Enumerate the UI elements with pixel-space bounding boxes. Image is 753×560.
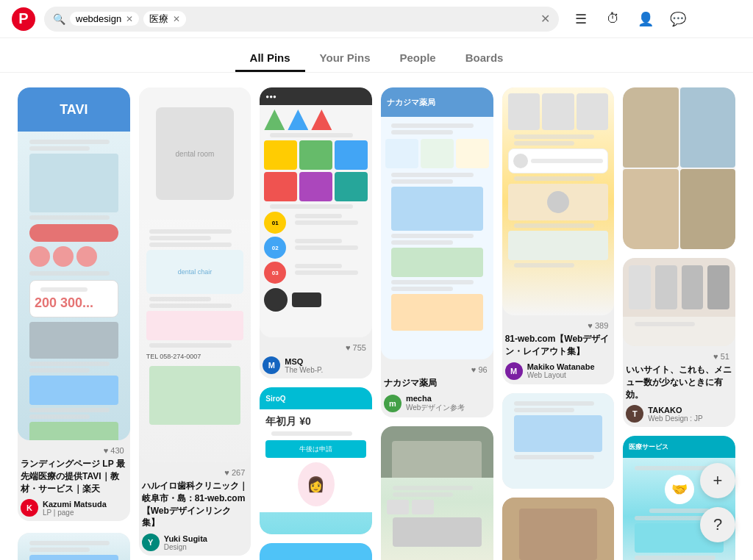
tag-medical-label: 医療 <box>149 12 168 26</box>
pin-info: ♥ 430 ランディングページ LP 最先端医療の提供TAVI｜教材・サービス｜… <box>18 440 130 521</box>
tab-boards[interactable]: Boards <box>451 46 518 72</box>
header-icons: ☰ ⏱ 👤 💬 <box>568 6 691 32</box>
user-info: Yuki Sugita Design <box>164 534 249 551</box>
user-name: MSQ <box>285 357 369 366</box>
pin-card[interactable] <box>18 533 130 560</box>
pin-card[interactable]: TAVI 200 300... <box>18 87 130 521</box>
pin-title: ランディングページ LP 最先端医療の提供TAVI｜教材・サービス｜楽天 <box>21 458 127 495</box>
plus-icon: + <box>713 471 723 490</box>
avatar: T <box>626 405 643 423</box>
tag-webdesign-label: webdesign <box>76 13 121 24</box>
user-name: Kazumi Matsuda <box>43 500 127 509</box>
user-name: mecha <box>406 394 490 403</box>
avatar: K <box>21 499 38 517</box>
messages-button[interactable]: 💬 <box>665 6 691 32</box>
user-info: mecha Webデザイン参考 <box>406 394 490 413</box>
profile-button[interactable]: 👤 <box>632 6 659 32</box>
avatar: M <box>505 362 523 380</box>
tab-people[interactable]: People <box>385 46 451 72</box>
avatar: Y <box>142 534 160 551</box>
person-icon: 👤 <box>638 11 654 27</box>
main-content: TAVI 200 300... <box>0 73 753 560</box>
header: P 🔍 webdesign ✕ 医療 ✕ ✕ ☰ ⏱ 👤 💬 <box>0 0 753 38</box>
user-info: Kazumi Matsuda LP | page <box>43 500 127 517</box>
search-input[interactable] <box>190 13 536 25</box>
pin-card[interactable] <box>623 87 735 249</box>
user-board: Web Design : JP <box>648 414 732 423</box>
tab-all-pins[interactable]: All Pins <box>235 46 305 72</box>
user-name: TAKAKO <box>648 406 732 414</box>
pin-user[interactable]: T TAKAKO Web Design : JP <box>626 403 732 424</box>
help-button[interactable]: ? <box>700 507 735 542</box>
menu-button[interactable]: ☰ <box>568 6 594 32</box>
add-button[interactable]: + <box>700 463 735 498</box>
notifications-button[interactable]: ⏱ <box>600 6 627 32</box>
user-info: Makiko Watanabe Web Layout <box>527 362 612 379</box>
pin-user[interactable]: m mecha Webデザイン参考 <box>384 392 490 414</box>
pins-grid: TAVI 200 300... <box>18 87 735 560</box>
pin-info: ♥ 96 ナカジマ薬局 m mecha Webデザイン参考 <box>381 359 493 417</box>
tab-your-pins[interactable]: Your Pins <box>305 46 385 72</box>
pin-title: ナカジマ薬局 <box>384 377 490 390</box>
user-board: Web Layout <box>527 371 612 379</box>
pinterest-logo[interactable]: P <box>12 7 35 31</box>
pin-title: ハルイロ歯科クリニック｜岐阜市・島：81-web.com【Webデザインリンク集… <box>142 480 249 529</box>
search-bar[interactable]: 🔍 webdesign ✕ 医療 ✕ ✕ <box>44 7 559 32</box>
pin-card[interactable]: ♥ 51 いいサイト、これも、メニュー数が少ないときに有効。 T TAKAKO … <box>623 258 735 427</box>
pin-card[interactable]: 👩‍⚕️ <box>260 543 372 560</box>
user-info: TAKAKO Web Design : JP <box>648 406 732 423</box>
user-name: Yuki Sugita <box>164 534 249 543</box>
pin-user[interactable]: Y Yuki Sugita Design <box>142 532 249 553</box>
pin-card[interactable]: SiroQ 年初月 ¥0 牛後は申請 👩 <box>260 387 372 534</box>
pin-card[interactable]: ♥ 389 81-web.com【Webデザイン・レイアウト集】 M Makik… <box>502 87 615 384</box>
pin-save-count: ♥ 755 <box>263 343 369 352</box>
user-board: The Web-P. <box>285 366 369 374</box>
pin-card[interactable]: ●●● <box>260 87 372 378</box>
pin-save-count: ♥ 389 <box>505 321 612 330</box>
clock-icon: ⏱ <box>607 11 620 26</box>
pin-card[interactable]: ナカジマ薬局 <box>381 87 493 417</box>
pin-title: いいサイト、これも、メニュー数が少ないときに有効。 <box>626 364 732 401</box>
menu-icon: ☰ <box>575 11 587 27</box>
pin-card[interactable] <box>502 393 615 489</box>
tag-webdesign-close[interactable]: ✕ <box>126 14 133 24</box>
pin-save-count: ♥ 267 <box>142 468 249 477</box>
pin-card[interactable] <box>381 426 493 560</box>
pin-user[interactable]: M Makiko Watanabe Web Layout <box>505 361 612 381</box>
user-board: Webデザイン参考 <box>406 403 490 413</box>
tag-medical-close[interactable]: ✕ <box>173 14 180 24</box>
pin-title: 81-web.com【Webデザイン・レイアウト集】 <box>505 333 612 358</box>
pin-user[interactable]: K Kazumi Matsuda LP | page <box>21 498 127 518</box>
pin-card[interactable] <box>502 498 615 560</box>
user-info: MSQ The Web-P. <box>285 357 369 374</box>
tag-medical[interactable]: 医療 ✕ <box>143 11 186 27</box>
pin-save-count: ♥ 430 <box>21 446 127 455</box>
pin-save-count: ♥ 96 <box>384 365 490 374</box>
avatar: m <box>384 395 402 412</box>
pin-card[interactable]: dental room dental chair TEL 058-274-000… <box>139 87 251 556</box>
avatar: M <box>263 356 280 374</box>
search-clear-icon[interactable]: ✕ <box>540 12 550 26</box>
pin-save-count: ♥ 51 <box>626 352 732 361</box>
question-icon: ? <box>713 515 722 534</box>
tag-webdesign[interactable]: webdesign ✕ <box>70 12 139 26</box>
floating-buttons: + ? <box>700 463 735 542</box>
pin-info: ♥ 51 いいサイト、これも、メニュー数が少ないときに有効。 T TAKAKO … <box>623 346 735 427</box>
chat-icon: 💬 <box>670 11 686 27</box>
pin-info: ♥ 389 81-web.com【Webデザイン・レイアウト集】 M Makik… <box>502 315 615 384</box>
pin-info: ♥ 755 M MSQ The Web-P. <box>260 337 372 378</box>
user-board: Design <box>164 543 249 551</box>
pin-info: ♥ 267 ハルイロ歯科クリニック｜岐阜市・島：81-web.com【Webデザ… <box>139 462 251 556</box>
tabs-container: All Pins Your Pins People Boards <box>0 38 753 73</box>
search-icon: 🔍 <box>53 13 65 25</box>
user-board: LP | page <box>43 509 127 517</box>
user-name: Makiko Watanabe <box>527 362 612 371</box>
pin-user[interactable]: M MSQ The Web-P. <box>263 355 369 376</box>
